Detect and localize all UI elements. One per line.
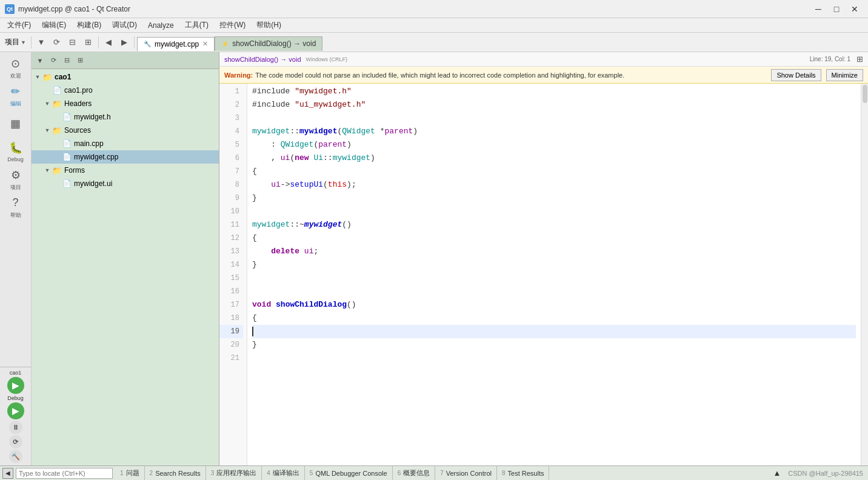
code-line-1[interactable]: #include "mywidget.h" (252, 85, 856, 98)
tree-file-mywidgetcpp[interactable]: 📄mywidget.cpp (32, 150, 219, 164)
code-line-16[interactable] (252, 285, 856, 298)
sidebar-icon-project[interactable]: ⚙项目 (2, 166, 29, 193)
sidebar-icon-debug[interactable]: 🐛Debug (2, 138, 29, 165)
code-line-21[interactable] (252, 352, 856, 365)
tab-number: 3 (211, 470, 215, 476)
status-tab-[interactable]: 6概要信息 (393, 466, 436, 480)
status-tab-[interactable]: 1问题 (115, 466, 145, 480)
code-token: ) (413, 125, 418, 138)
tree-folder-forms[interactable]: ▼📁Forms (32, 164, 219, 177)
code-line-13[interactable]: delete ui; (252, 245, 856, 258)
fp-sync-btn[interactable]: ⟳ (47, 55, 59, 67)
tree-folder-headers[interactable]: ▼📁Headers (32, 97, 219, 110)
tree-folder-sources[interactable]: ▼📁Sources (32, 124, 219, 137)
tree-arrow: ▼ (44, 100, 51, 107)
tree-file-mywidgetui[interactable]: 📄mywidget.ui (32, 177, 219, 190)
tab-number: 1 (120, 470, 124, 476)
sidebar-icon-design[interactable]: ▦ (2, 110, 29, 137)
status-expand[interactable]: ▲ (770, 468, 783, 478)
sync-button[interactable]: ⟳ (50, 35, 64, 50)
code-token: ( (290, 152, 295, 165)
menu-item-b[interactable]: 构建(B) (72, 19, 106, 32)
code-token: ::~ (290, 218, 304, 232)
close-button[interactable]: ✕ (846, 2, 863, 16)
code-line-10[interactable] (252, 205, 856, 218)
code-line-4[interactable]: ▼mywidget::mywidget(QWidget *parent) (252, 125, 856, 138)
sidebar-icon-welcome[interactable]: ⊙欢迎 (2, 55, 29, 81)
line-number-8: 8 (219, 178, 243, 192)
code-line-19[interactable] (252, 325, 856, 338)
code-line-18[interactable]: { (252, 312, 856, 325)
fp-collapse-btn[interactable]: ⊟ (61, 55, 73, 67)
status-tab-searchresults[interactable]: 2Search Results (145, 466, 206, 480)
tab-mywidgetcpp[interactable]: 🔧mywidget.cpp ✕ (137, 37, 215, 51)
window-controls[interactable]: ─ □ ✕ (810, 2, 863, 16)
expand-button[interactable]: ⊞ (81, 35, 96, 50)
nav-back-button[interactable]: ◀ (101, 35, 116, 50)
debug-run-button[interactable]: ▶ (7, 402, 24, 419)
sidebar-icon-edit[interactable]: ✏编辑 (2, 82, 29, 109)
menu-item-f[interactable]: 文件(F) (2, 19, 36, 32)
status-tab-qmldebuggerconsole[interactable]: 5QML Debugger Console (305, 466, 393, 480)
extra-btn-1[interactable]: ⟳ (9, 435, 22, 448)
expand-editor-btn[interactable]: ⊞ (856, 55, 863, 64)
nav-forward-button[interactable]: ▶ (117, 35, 132, 50)
code-line-20[interactable]: } (252, 338, 856, 352)
line-number-17: 17 (219, 298, 243, 312)
code-line-15[interactable] (252, 272, 856, 285)
tree-file-cao1pro[interactable]: 📄cao1.pro (32, 84, 219, 97)
code-line-8[interactable]: ui->setupUi(this); (252, 178, 856, 192)
code-line-14[interactable]: } (252, 258, 856, 272)
menu-item-e[interactable]: 编辑(E) (37, 19, 71, 32)
tree-file-maincpp[interactable]: 📄main.cpp (32, 137, 219, 150)
extra-btn-2[interactable]: 🔨 (9, 450, 22, 463)
filter-button[interactable]: ▼ (34, 35, 48, 50)
code-line-9[interactable]: } (252, 192, 856, 205)
code-line-5[interactable]: : QWidget(parent) (252, 138, 856, 152)
status-arrow-icon[interactable]: ▲ (773, 468, 781, 478)
status-tab-[interactable]: 3应用程序输出 (206, 466, 262, 480)
status-left: ◀ (0, 468, 115, 479)
code-line-2[interactable]: #include "ui_mywidget.h" (252, 98, 856, 112)
project-dropdown-arrow[interactable]: ▼ (21, 39, 26, 45)
code-line-11[interactable]: ▼mywidget::~mywidget() (252, 218, 856, 232)
fp-add-btn[interactable]: ⊞ (74, 55, 86, 67)
code-line-7[interactable]: { (252, 165, 856, 178)
locate-input[interactable] (16, 468, 113, 479)
extra-btn-0[interactable]: ⏸ (9, 421, 22, 434)
toolbar: 项目 ▼ ▼ ⟳ ⊟ ⊞ ◀ ▶ 🔧mywidget.cpp ✕⚡showChi… (0, 33, 868, 52)
tree-arrow: ▼ (44, 127, 51, 134)
status-tab-testresults[interactable]: 8Test Results (497, 466, 549, 480)
minimize-button[interactable]: ─ (810, 2, 827, 16)
menu-item-analyze[interactable]: Analyze (143, 19, 179, 32)
menu-item-t[interactable]: 工具(T) (180, 19, 213, 32)
fp-filter-btn[interactable]: ▼ (34, 55, 46, 67)
tab-showchilddialogvoid[interactable]: ⚡showChildDialog() → void (215, 36, 322, 51)
sidebar-icon-label-welcome: 欢迎 (10, 72, 21, 80)
code-line-17[interactable]: ▼void showChildDialog() (252, 298, 856, 312)
menu-item-w[interactable]: 控件(W) (215, 19, 250, 32)
hide-panel-button[interactable]: ◀ (2, 468, 13, 479)
maximize-button[interactable]: □ (828, 2, 845, 16)
menu-item-d[interactable]: 调试(D) (107, 19, 142, 32)
code-line-6[interactable]: ▼ , ui(new Ui::mywidget) (252, 152, 856, 165)
run-button[interactable]: ▶ (7, 377, 24, 394)
show-details-button[interactable]: Show Details (771, 69, 821, 81)
design-icon: ▦ (8, 116, 23, 131)
code-content[interactable]: #include "mywidget.h"#include "ui_mywidg… (247, 84, 861, 465)
code-line-12[interactable]: { (252, 232, 856, 245)
menu-item-h[interactable]: 帮助(H) (252, 19, 286, 32)
collapse-button[interactable]: ⊟ (65, 35, 80, 50)
code-line-3[interactable] (252, 112, 856, 125)
status-tab-versioncontrol[interactable]: 7Version Control (435, 466, 497, 480)
code-editor[interactable]: 123456789101112131415161718192021 #inclu… (219, 84, 868, 465)
minimize-warning-button[interactable]: Minimize (826, 69, 863, 81)
tab-close-icon[interactable]: ✕ (202, 40, 208, 48)
tree-root[interactable]: ▼📁cao1 (32, 70, 219, 84)
status-tab-[interactable]: 4编译输出 (262, 466, 305, 480)
project-selector[interactable]: 项目 ▼ (2, 37, 28, 47)
code-token: mywidget (333, 152, 370, 165)
editor-scrollbar[interactable] (861, 84, 868, 465)
sidebar-icon-help[interactable]: ?帮助 (2, 194, 29, 221)
tree-file-mywidgeth[interactable]: 📄mywidget.h (32, 110, 219, 124)
